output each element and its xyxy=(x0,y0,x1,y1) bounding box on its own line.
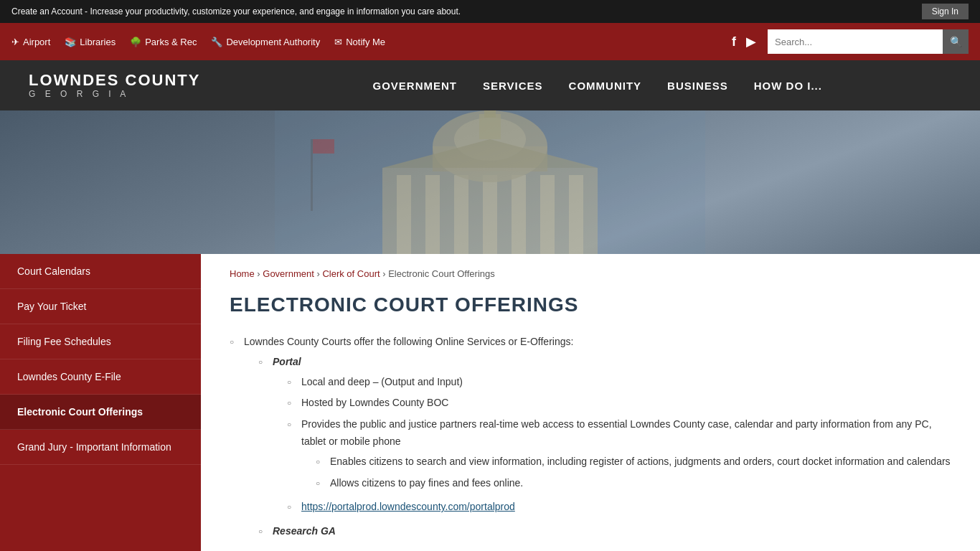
svg-rect-8 xyxy=(569,175,583,254)
portal-link[interactable]: https://portalprod.lowndescounty.com/por… xyxy=(301,501,515,512)
svg-rect-12 xyxy=(479,114,501,139)
sidebar-item-pay-ticket[interactable]: Pay Your Ticket xyxy=(0,289,201,324)
portal-provides: Provides the public and justice partners… xyxy=(287,416,951,491)
wrench-icon: 🔧 xyxy=(211,37,222,47)
nav-libraries[interactable]: 📚 Libraries xyxy=(65,37,116,47)
breadcrumb-sep-3: › xyxy=(382,268,388,279)
county-name: LOWNDES COUNTY xyxy=(29,72,200,89)
main-content: Home › Government › Clerk of Court › Ele… xyxy=(201,254,980,551)
portal-local: Local and deep – (Output and Input) xyxy=(287,374,951,391)
social-icons: f ▶ xyxy=(732,34,756,50)
portal-sub-list: Local and deep – (Output and Input) Host… xyxy=(273,374,951,492)
svg-rect-3 xyxy=(425,175,440,254)
provides-text: Provides the public and justice partners… xyxy=(301,418,932,447)
nav-parks-rec[interactable]: 🌳 Parks & Rec xyxy=(130,37,197,47)
breadcrumb: Home › Government › Clerk of Court › Ele… xyxy=(230,268,951,279)
svg-rect-4 xyxy=(454,175,468,254)
nav-notify-me[interactable]: ✉ Notify Me xyxy=(334,37,385,47)
portal-item: Portal Local and deep – (Output and Inpu… xyxy=(258,354,951,516)
facebook-icon[interactable]: f xyxy=(732,34,736,50)
search-button[interactable]: 🔍 xyxy=(943,29,969,54)
courthouse-svg xyxy=(275,110,705,254)
portal-hosted: Hosted by Lowndes County BOC xyxy=(287,395,951,412)
sidebar-item-electronic-offerings[interactable]: Electronic Court Offerings xyxy=(0,395,201,430)
intro-text: Lowndes County Courts offer the followin… xyxy=(244,336,573,347)
search-input[interactable] xyxy=(768,29,943,54)
nav-business[interactable]: BUSINESS xyxy=(667,80,728,92)
research-ga-label: Research GA xyxy=(273,525,336,537)
sidebar-item-grand-jury[interactable]: Grand Jury - Important Information xyxy=(0,430,201,465)
banner-text: Create an Account - Increase your produc… xyxy=(11,6,922,17)
nav-government[interactable]: GOVERNMENT xyxy=(372,80,457,92)
hero-placeholder xyxy=(0,110,980,254)
nav-services[interactable]: SERVICES xyxy=(483,80,543,92)
sidebar-item-court-calendars[interactable]: Court Calendars xyxy=(0,254,201,289)
portal-link-list: https://portalprod.lowndescounty.com/por… xyxy=(273,499,951,516)
youtube-icon[interactable]: ▶ xyxy=(746,34,756,50)
intro-item: Lowndes County Courts offer the followin… xyxy=(230,334,951,540)
portal-provides-sub: Enables citizens to search and view info… xyxy=(301,453,951,492)
nav-how-do-i[interactable]: HOW DO I... xyxy=(754,80,822,92)
sidebar: Court Calendars Pay Your Ticket Filing F… xyxy=(0,254,201,551)
sign-in-button[interactable]: Sign In xyxy=(922,4,969,19)
top-list: Lowndes County Courts offer the followin… xyxy=(230,334,951,540)
secondary-nav-links: ✈ Airport 📚 Libraries 🌳 Parks & Rec 🔧 De… xyxy=(11,37,732,47)
nav-airport[interactable]: ✈ Airport xyxy=(11,37,50,47)
portal-link-item: https://portalprod.lowndescounty.com/por… xyxy=(287,499,951,516)
main-nav: GOVERNMENT SERVICES COMMUNITY BUSINESS H… xyxy=(243,80,951,92)
main-header: LOWNDES COUNTY G E O R G I A GOVERNMENT … xyxy=(0,60,980,110)
breadcrumb-home[interactable]: Home xyxy=(230,268,255,279)
parks-icon: 🌳 xyxy=(130,37,141,47)
portal-label: Portal xyxy=(273,356,301,367)
top-banner: Create an Account - Increase your produc… xyxy=(0,0,980,23)
search-bar: 🔍 xyxy=(768,29,969,54)
enables-item: Enables citizens to search and view info… xyxy=(316,453,951,471)
breadcrumb-clerk[interactable]: Clerk of Court xyxy=(322,268,380,279)
logo-area: LOWNDES COUNTY G E O R G I A xyxy=(29,72,200,99)
content-body: Lowndes County Courts offer the followin… xyxy=(230,334,951,540)
sidebar-item-e-file[interactable]: Lowndes County E-File xyxy=(0,359,201,395)
svg-rect-5 xyxy=(483,175,497,254)
portal-list: Portal Local and deep – (Output and Inpu… xyxy=(244,354,951,540)
breadcrumb-current: Electronic Court Offerings xyxy=(388,268,495,279)
state-name: G E O R G I A xyxy=(29,89,200,99)
nav-development-authority[interactable]: 🔧 Development Authority xyxy=(211,37,320,47)
svg-rect-15 xyxy=(311,139,313,211)
svg-rect-2 xyxy=(397,175,411,254)
sidebar-item-filing-fee[interactable]: Filing Fee Schedules xyxy=(0,324,201,359)
svg-rect-16 xyxy=(313,139,334,154)
allows-item: Allows citizens to pay fines and fees on… xyxy=(316,475,951,492)
content-wrapper: Court Calendars Pay Your Ticket Filing F… xyxy=(0,254,980,551)
book-icon: 📚 xyxy=(65,37,76,47)
mail-icon: ✉ xyxy=(334,37,342,47)
research-ga-item: Research GA xyxy=(258,523,951,540)
hero-image xyxy=(0,110,980,254)
airplane-icon: ✈ xyxy=(11,37,19,47)
secondary-nav: ✈ Airport 📚 Libraries 🌳 Parks & Rec 🔧 De… xyxy=(0,23,980,60)
page-title: ELECTRONIC COURT OFFERINGS xyxy=(230,293,951,316)
svg-rect-7 xyxy=(540,175,555,254)
nav-community[interactable]: COMMUNITY xyxy=(569,80,642,92)
breadcrumb-government[interactable]: Government xyxy=(263,268,314,279)
svg-rect-13 xyxy=(484,110,496,118)
svg-rect-6 xyxy=(512,175,526,254)
